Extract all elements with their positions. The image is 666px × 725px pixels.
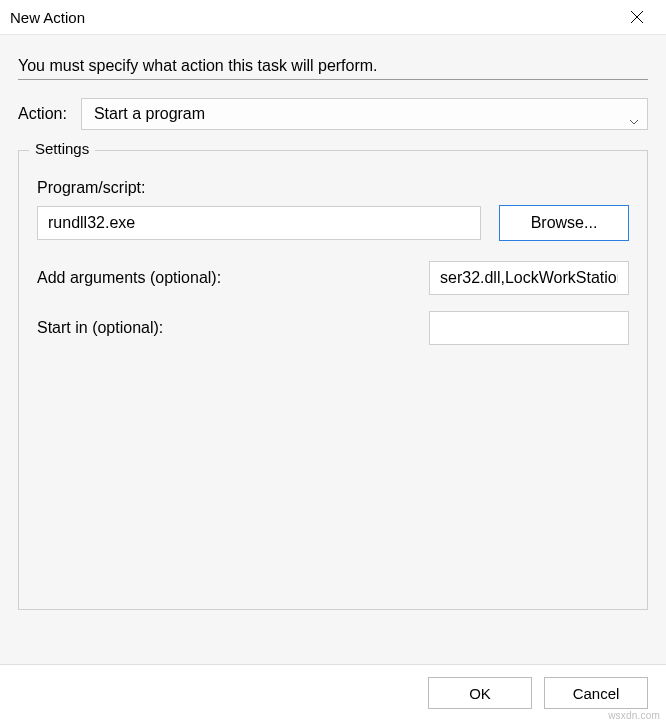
chevron-down-icon xyxy=(629,111,639,117)
action-label: Action: xyxy=(18,105,67,123)
instruction-text: You must specify what action this task w… xyxy=(18,57,648,75)
instruction-underline xyxy=(18,79,648,80)
close-icon[interactable] xyxy=(620,6,654,28)
window-title: New Action xyxy=(10,9,85,26)
startin-label: Start in (optional): xyxy=(37,319,163,337)
ok-button[interactable]: OK xyxy=(428,677,532,709)
watermark: wsxdn.com xyxy=(608,710,660,721)
action-row: Action: Start a program xyxy=(18,98,648,130)
settings-fieldset: Settings Program/script: Browse... Add a… xyxy=(18,150,648,610)
program-row: Browse... xyxy=(37,205,629,241)
arguments-input[interactable] xyxy=(429,261,629,295)
button-bar: OK Cancel xyxy=(0,665,666,721)
program-label: Program/script: xyxy=(37,179,629,197)
arguments-label: Add arguments (optional): xyxy=(37,269,221,287)
startin-row: Start in (optional): xyxy=(37,311,629,345)
titlebar: New Action xyxy=(0,0,666,34)
program-input[interactable] xyxy=(37,206,481,240)
cancel-button[interactable]: Cancel xyxy=(544,677,648,709)
dialog-content: You must specify what action this task w… xyxy=(0,34,666,665)
settings-legend: Settings xyxy=(29,140,95,157)
startin-input[interactable] xyxy=(429,311,629,345)
action-combobox[interactable]: Start a program xyxy=(81,98,648,130)
action-selected-value: Start a program xyxy=(94,105,205,123)
browse-button[interactable]: Browse... xyxy=(499,205,629,241)
arguments-row: Add arguments (optional): xyxy=(37,261,629,295)
